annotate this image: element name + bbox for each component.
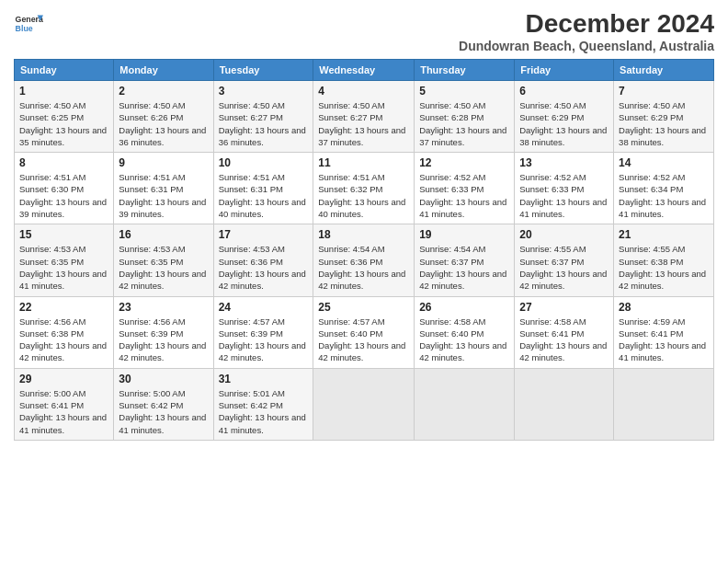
day-info: Sunrise: 4:54 AMSunset: 6:37 PMDaylight:…	[419, 244, 506, 291]
logo: General Blue	[14, 9, 43, 39]
calendar-cell: 23 Sunrise: 4:56 AMSunset: 6:39 PMDaylig…	[114, 296, 213, 368]
day-number: 24	[219, 301, 309, 314]
location-title: Dundowran Beach, Queensland, Australia	[459, 39, 714, 53]
day-number: 26	[419, 301, 509, 314]
header: General Blue December 2024 Dundowran Bea…	[14, 9, 714, 53]
calendar-cell: 11 Sunrise: 4:51 AMSunset: 6:32 PMDaylig…	[313, 153, 415, 224]
calendar-cell	[415, 368, 515, 440]
day-info: Sunrise: 5:00 AMSunset: 6:41 PMDaylight:…	[19, 388, 107, 435]
logo-icon: General Blue	[14, 9, 43, 39]
calendar-cell	[515, 368, 614, 440]
day-number: 11	[318, 156, 409, 169]
calendar-cell: 19 Sunrise: 4:54 AMSunset: 6:37 PMDaylig…	[415, 224, 515, 296]
day-number: 8	[19, 156, 108, 169]
calendar-cell: 26 Sunrise: 4:58 AMSunset: 6:40 PMDaylig…	[415, 296, 515, 368]
day-number: 12	[419, 156, 509, 169]
calendar-week-row-3: 22 Sunrise: 4:56 AMSunset: 6:38 PMDaylig…	[15, 296, 714, 368]
calendar-cell: 5 Sunrise: 4:50 AMSunset: 6:28 PMDayligh…	[415, 81, 515, 153]
day-info: Sunrise: 4:57 AMSunset: 6:39 PMDaylight:…	[219, 316, 306, 363]
day-info: Sunrise: 4:50 AMSunset: 6:27 PMDaylight:…	[219, 100, 306, 147]
day-info: Sunrise: 4:50 AMSunset: 6:28 PMDaylight:…	[419, 100, 506, 147]
calendar-week-row-0: 1 Sunrise: 4:50 AMSunset: 6:25 PMDayligh…	[15, 81, 714, 153]
day-number: 3	[219, 85, 309, 98]
day-number: 15	[19, 228, 108, 241]
calendar-cell: 16 Sunrise: 4:53 AMSunset: 6:35 PMDaylig…	[114, 224, 213, 296]
calendar-week-row-1: 8 Sunrise: 4:51 AMSunset: 6:30 PMDayligh…	[15, 153, 714, 224]
day-info: Sunrise: 5:01 AMSunset: 6:42 PMDaylight:…	[219, 388, 306, 435]
header-wednesday: Wednesday	[313, 60, 415, 81]
calendar-cell: 22 Sunrise: 4:56 AMSunset: 6:38 PMDaylig…	[15, 296, 114, 368]
day-number: 6	[519, 85, 609, 98]
calendar-week-row-4: 29 Sunrise: 5:00 AMSunset: 6:41 PMDaylig…	[15, 368, 714, 440]
day-number: 16	[119, 228, 208, 241]
day-info: Sunrise: 4:56 AMSunset: 6:38 PMDaylight:…	[19, 316, 107, 363]
calendar-cell: 2 Sunrise: 4:50 AMSunset: 6:26 PMDayligh…	[114, 81, 213, 153]
day-info: Sunrise: 4:55 AMSunset: 6:38 PMDaylight:…	[619, 244, 706, 291]
calendar-table: Sunday Monday Tuesday Wednesday Thursday…	[14, 59, 714, 441]
calendar-cell: 20 Sunrise: 4:55 AMSunset: 6:37 PMDaylig…	[515, 224, 614, 296]
calendar-cell: 18 Sunrise: 4:54 AMSunset: 6:36 PMDaylig…	[313, 224, 415, 296]
calendar-cell: 25 Sunrise: 4:57 AMSunset: 6:40 PMDaylig…	[313, 296, 415, 368]
day-info: Sunrise: 4:51 AMSunset: 6:31 PMDaylight:…	[119, 172, 206, 219]
header-sunday: Sunday	[15, 60, 114, 81]
calendar-cell: 17 Sunrise: 4:53 AMSunset: 6:36 PMDaylig…	[213, 224, 313, 296]
calendar-cell: 10 Sunrise: 4:51 AMSunset: 6:31 PMDaylig…	[213, 153, 313, 224]
calendar-cell: 9 Sunrise: 4:51 AMSunset: 6:31 PMDayligh…	[114, 153, 213, 224]
day-info: Sunrise: 4:56 AMSunset: 6:39 PMDaylight:…	[119, 316, 206, 363]
day-info: Sunrise: 4:50 AMSunset: 6:29 PMDaylight:…	[619, 100, 706, 147]
day-number: 4	[318, 85, 409, 98]
calendar-cell: 24 Sunrise: 4:57 AMSunset: 6:39 PMDaylig…	[213, 296, 313, 368]
day-info: Sunrise: 4:58 AMSunset: 6:41 PMDaylight:…	[519, 316, 607, 363]
day-info: Sunrise: 4:54 AMSunset: 6:36 PMDaylight:…	[318, 244, 405, 291]
calendar-week-row-2: 15 Sunrise: 4:53 AMSunset: 6:35 PMDaylig…	[15, 224, 714, 296]
header-tuesday: Tuesday	[213, 60, 313, 81]
calendar-cell: 28 Sunrise: 4:59 AMSunset: 6:41 PMDaylig…	[614, 296, 714, 368]
calendar-cell: 21 Sunrise: 4:55 AMSunset: 6:38 PMDaylig…	[614, 224, 714, 296]
calendar-cell: 6 Sunrise: 4:50 AMSunset: 6:29 PMDayligh…	[515, 81, 614, 153]
day-info: Sunrise: 4:59 AMSunset: 6:41 PMDaylight:…	[619, 316, 706, 363]
calendar-cell: 15 Sunrise: 4:53 AMSunset: 6:35 PMDaylig…	[15, 224, 114, 296]
header-monday: Monday	[114, 60, 213, 81]
day-number: 18	[318, 228, 409, 241]
month-title: December 2024	[459, 9, 714, 39]
calendar-cell: 30 Sunrise: 5:00 AMSunset: 6:42 PMDaylig…	[114, 368, 213, 440]
day-number: 14	[619, 156, 709, 169]
day-number: 27	[519, 301, 609, 314]
calendar-cell: 13 Sunrise: 4:52 AMSunset: 6:33 PMDaylig…	[515, 153, 614, 224]
header-friday: Friday	[515, 60, 614, 81]
calendar-cell: 7 Sunrise: 4:50 AMSunset: 6:29 PMDayligh…	[614, 81, 714, 153]
day-info: Sunrise: 4:58 AMSunset: 6:40 PMDaylight:…	[419, 316, 506, 363]
day-number: 25	[318, 301, 409, 314]
day-number: 13	[519, 156, 609, 169]
svg-text:Blue: Blue	[16, 24, 33, 33]
day-info: Sunrise: 4:50 AMSunset: 6:26 PMDaylight:…	[119, 100, 206, 147]
day-number: 7	[619, 85, 709, 98]
page: General Blue December 2024 Dundowran Bea…	[0, 0, 728, 563]
day-info: Sunrise: 4:50 AMSunset: 6:25 PMDaylight:…	[19, 100, 107, 147]
calendar-cell: 27 Sunrise: 4:58 AMSunset: 6:41 PMDaylig…	[515, 296, 614, 368]
day-number: 28	[619, 301, 709, 314]
day-number: 2	[119, 85, 208, 98]
day-number: 10	[219, 156, 309, 169]
day-number: 9	[119, 156, 208, 169]
calendar-cell: 29 Sunrise: 5:00 AMSunset: 6:41 PMDaylig…	[15, 368, 114, 440]
day-number: 30	[119, 373, 208, 385]
day-number: 21	[619, 228, 709, 241]
calendar-cell: 8 Sunrise: 4:51 AMSunset: 6:30 PMDayligh…	[15, 153, 114, 224]
day-info: Sunrise: 4:51 AMSunset: 6:30 PMDaylight:…	[19, 172, 107, 219]
weekday-header-row: Sunday Monday Tuesday Wednesday Thursday…	[15, 60, 714, 81]
header-thursday: Thursday	[415, 60, 515, 81]
day-info: Sunrise: 4:57 AMSunset: 6:40 PMDaylight:…	[318, 316, 405, 363]
title-area: December 2024 Dundowran Beach, Queenslan…	[459, 9, 714, 53]
day-number: 17	[219, 228, 309, 241]
calendar-cell: 4 Sunrise: 4:50 AMSunset: 6:27 PMDayligh…	[313, 81, 415, 153]
day-number: 20	[519, 228, 609, 241]
day-info: Sunrise: 5:00 AMSunset: 6:42 PMDaylight:…	[119, 388, 206, 435]
day-info: Sunrise: 4:50 AMSunset: 6:27 PMDaylight:…	[318, 100, 405, 147]
calendar-cell: 1 Sunrise: 4:50 AMSunset: 6:25 PMDayligh…	[15, 81, 114, 153]
calendar-cell	[614, 368, 714, 440]
day-info: Sunrise: 4:53 AMSunset: 6:36 PMDaylight:…	[219, 244, 306, 291]
day-number: 29	[19, 373, 108, 385]
day-info: Sunrise: 4:51 AMSunset: 6:32 PMDaylight:…	[318, 172, 405, 219]
day-info: Sunrise: 4:52 AMSunset: 6:33 PMDaylight:…	[419, 172, 506, 219]
